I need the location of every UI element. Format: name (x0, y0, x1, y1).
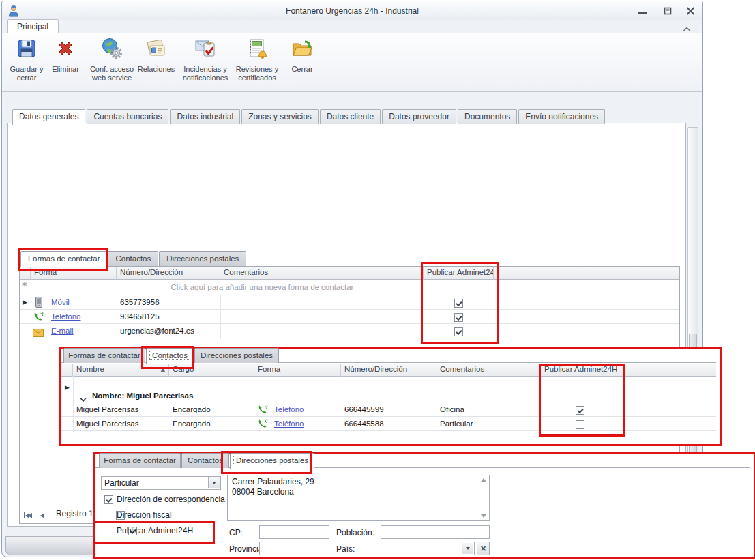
selector-column-header (20, 267, 31, 280)
tab-direcciones-postales[interactable]: Direcciones postales (159, 251, 246, 266)
forma-link[interactable]: Teléfono (274, 419, 304, 428)
tab-formas-de-contactar[interactable]: Formas de contactar (63, 348, 145, 363)
pais-combo[interactable] (381, 542, 475, 555)
numero-cell: 934658125 (117, 310, 220, 321)
table-row[interactable]: Teléfono 934658125 (20, 310, 679, 324)
toolbar-separator (85, 38, 85, 88)
collapse-ribbon-icon[interactable] (679, 23, 694, 32)
first-record-button[interactable] (24, 509, 32, 520)
chevron-down-icon[interactable] (462, 543, 473, 554)
restore-button[interactable] (660, 5, 675, 16)
mobile-icon (35, 297, 43, 310)
scroll-down-icon[interactable] (481, 514, 486, 518)
tab-datos-cliente[interactable]: Datos cliente (320, 109, 381, 124)
table-row[interactable]: Miguel Parcerisas Encargado Teléfono 666… (61, 402, 716, 417)
minimize-button[interactable] (635, 5, 650, 16)
textarea-scrollbar[interactable] (479, 476, 488, 520)
tab-contactos[interactable]: Contactos (181, 453, 229, 468)
comentarios-cell: Oficina (436, 402, 541, 413)
numero-cell: 666445599 (341, 402, 436, 413)
table-row[interactable]: E-mail urgencias@font24.es (20, 324, 679, 338)
table-row[interactable]: ▶ Móvil 635773956 (20, 295, 679, 310)
new-row[interactable]: * Click aquí para añadir una nueva forma… (20, 280, 679, 295)
relations-button[interactable]: Relaciones (137, 35, 175, 90)
cp-label: CP: (229, 528, 243, 537)
column-header-forma[interactable]: Forma (31, 267, 117, 280)
publicar-checkbox[interactable] (576, 406, 584, 415)
tab-cuentas-bancarias[interactable]: Cuentas bancarias (87, 109, 168, 124)
tab-datos-industrial[interactable]: Datos industrial (170, 109, 240, 124)
scroll-up-icon[interactable] (481, 478, 486, 482)
column-header-comentarios[interactable]: Comentarios (436, 364, 541, 377)
nombre-cell: Miguel Parcerisas (73, 402, 169, 413)
revisions-certificates-button[interactable]: Revisiones y certificados (235, 35, 279, 90)
cp-field[interactable] (259, 525, 329, 539)
column-header-nombre[interactable]: Nombre ▲ (73, 364, 169, 377)
column-header-forma[interactable]: Forma (254, 364, 341, 377)
column-header-numero[interactable]: Número/Dirección (341, 364, 436, 377)
ribbon-tab-principal[interactable]: Principal (7, 19, 59, 33)
close-folder-icon (284, 37, 320, 63)
tab-zonas-servicios[interactable]: Zonas y servicios (241, 109, 319, 124)
numero-cell: urgencias@font24.es (117, 324, 220, 335)
poblacion-label: Población: (336, 528, 374, 537)
tab-envio-notificaciones[interactable]: Envío notificaciones (518, 109, 605, 124)
forma-link[interactable]: Teléfono (51, 312, 80, 321)
comentarios-cell: Particular (436, 417, 541, 428)
chevron-down-icon[interactable] (208, 477, 220, 488)
tab-formas-de-contactar[interactable]: Formas de contactar (99, 453, 181, 468)
cargo-cell: Encargado (169, 417, 254, 428)
column-header-filler (619, 364, 716, 377)
forma-link[interactable]: E-mail (51, 327, 74, 335)
web-service-config-button[interactable]: Conf. acceso web service (87, 35, 136, 90)
tab-datos-generales[interactable]: Datos generales (12, 109, 85, 125)
email-icon (33, 327, 44, 340)
phone-icon (33, 312, 44, 325)
publicar-checkbox[interactable] (454, 327, 463, 336)
tab-documentos[interactable]: Documentos (458, 109, 517, 124)
phone-icon (258, 419, 268, 432)
current-row-icon: ▶ (23, 299, 27, 306)
poblacion-field[interactable] (381, 525, 490, 539)
new-row[interactable]: ▶ (61, 376, 716, 390)
column-header-comentarios[interactable]: Comentarios (220, 267, 424, 280)
address-textarea[interactable]: Carrer Palaudaries, 29 08004 Barcelona (227, 475, 490, 521)
new-row-hint: Click aquí para añadir una nueva forma d… (31, 283, 494, 291)
delete-button[interactable]: Eliminar (48, 35, 83, 90)
tab-contactos[interactable]: Contactos (146, 348, 194, 364)
group-label: Nombre: Miguel Parcerisas (92, 392, 193, 400)
publicar-checkbox[interactable] (454, 299, 463, 308)
sort-asc-icon: ▲ (161, 366, 165, 372)
incidents-icon (177, 37, 234, 63)
tab-contactos[interactable]: Contactos (108, 251, 158, 266)
incidents-notifications-button[interactable]: Incidencias y notificaciones (177, 35, 234, 90)
column-header-numero[interactable]: Número/Dirección (117, 267, 220, 280)
close-button[interactable] (683, 5, 698, 16)
save-close-button[interactable]: Guardar y cerrar (6, 35, 47, 90)
group-row[interactable]: Nombre: Miguel Parcerisas (73, 390, 716, 402)
forma-link[interactable]: Teléfono (274, 405, 304, 413)
table-row[interactable]: Miguel Parcerisas Encargado Teléfono 666… (61, 417, 716, 431)
contactos-panel: Formas de contactarContactosDirecciones … (59, 347, 722, 446)
tab-direcciones-postales[interactable]: Direcciones postales (230, 453, 314, 469)
publicar-checkbox[interactable] (576, 420, 584, 429)
tab-datos-proveedor[interactable]: Datos proveedor (382, 109, 456, 124)
column-header-publicar[interactable]: Publicar Adminet24H (424, 267, 494, 280)
column-header-publicar[interactable]: Publicar Adminet24H (541, 364, 619, 377)
provincia-field[interactable] (259, 542, 329, 555)
previous-record-button[interactable] (40, 509, 44, 520)
tipo-direccion-combo[interactable]: Particular (101, 476, 221, 490)
column-header-filler (494, 267, 679, 280)
clear-icon[interactable]: × (477, 542, 490, 555)
column-header-cargo[interactable]: Cargo (169, 364, 254, 377)
publicar-checkbox[interactable] (454, 313, 463, 322)
numero-cell: 666445588 (341, 417, 436, 428)
close-record-button[interactable]: Cerrar (284, 35, 320, 90)
tab-direcciones-postales[interactable]: Direcciones postales (194, 348, 279, 363)
current-row-icon: ▶ (65, 384, 70, 391)
tab-formas-de-contactar[interactable]: Formas de contactar (20, 251, 107, 267)
correspondencia-checkbox[interactable] (104, 495, 113, 504)
nombre-cell: Miguel Parcerisas (73, 417, 169, 428)
window-title: Fontanero Urgencias 24h - Industrial (2, 6, 702, 16)
forma-link[interactable]: Móvil (51, 298, 70, 306)
